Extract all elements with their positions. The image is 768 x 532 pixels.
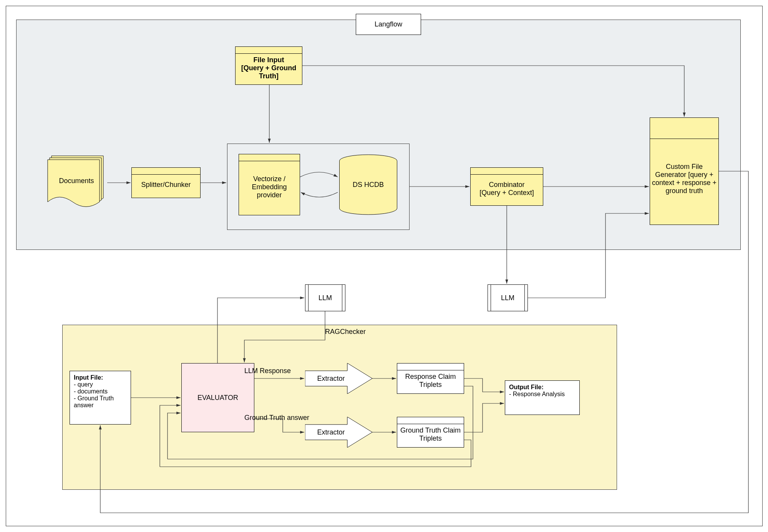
response-triplets-node: Response Claim Triplets [397,363,464,394]
gt-answer-edge-label: Ground Truth answer [244,405,309,422]
langflow-label-text: Langflow [375,20,402,28]
extractor-node-1: Extractor [305,363,372,394]
output-file-body: - Response Analysis [509,391,565,398]
llm-node-2: LLM [488,284,528,311]
extractor2-label: Extractor [317,428,345,436]
langflow-label: Langflow [356,14,421,35]
extractor1-label: Extractor [317,375,345,383]
llm-node-1: LLM [305,284,345,311]
splitter-node: Splitter/Chunker [131,167,201,198]
evaluator-node: EVALUATOR [181,363,254,432]
file-input-node: File Input [Query + Ground Truth] [235,46,302,85]
diagram-canvas: Langflow Documents Splitter/Chunker File… [6,6,763,526]
input-file-node: Input File: - query - documents - Ground… [70,371,131,425]
llm1-label: LLM [318,294,332,302]
input-file-title: Input File: [74,374,103,381]
splitter-label: Splitter/Chunker [141,181,191,189]
ragchecker-label: RAGChecker [325,328,366,336]
custom-file-gen-node: Custom File Generator [query + context +… [650,117,719,225]
gt-triplets-label: Ground Truth Claim Triplets [399,426,462,443]
combinator-label: Combinator [Query + Context] [479,181,534,197]
output-file-node: Output File: - Response Analysis [505,380,580,415]
input-file-body: - query - documents - Ground Truth answe… [74,381,127,409]
vectorize-label: Vectorize / Embedding provider [241,175,298,199]
response-triplets-label: Response Claim Triplets [399,373,462,389]
evaluator-label: EVALUATOR [197,394,238,402]
file-input-label: File Input [Query + Ground Truth] [237,56,300,80]
gt-triplets-node: Ground Truth Claim Triplets [397,417,464,448]
dshcdb-label: DS HCDB [353,181,384,189]
documents-node: Documents [48,156,107,208]
dshcdb-node: DS HCDB [338,154,398,215]
combinator-node: Combinator [Query + Context] [470,167,543,206]
extractor-node-2: Extractor [305,417,372,448]
llm-response-edge-label: LLM Response [244,367,291,375]
llm2-label: LLM [501,294,514,302]
custom-file-gen-label: Custom File Generator [query + context +… [652,163,717,195]
documents-label: Documents [59,177,94,185]
output-file-title: Output File: [509,384,544,391]
vectorize-node: Vectorize / Embedding provider [239,154,300,215]
